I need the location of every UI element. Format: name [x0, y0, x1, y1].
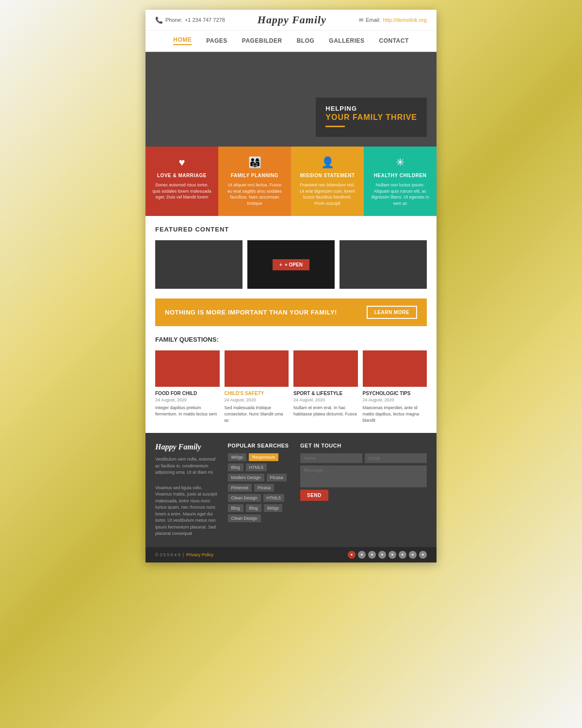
footer-brand-col: Happy Family Vestibulum sem nulla, euism… [155, 443, 218, 537]
send-button[interactable]: SEND [300, 490, 328, 501]
featured-item-2[interactable]: + + OPEN [247, 240, 335, 289]
tag-blog-3[interactable]: Blog [246, 504, 261, 512]
open-button[interactable]: + + OPEN [273, 259, 309, 270]
nav-bar: HOME PAGES PAGEBILDER BLOG GALLERIES CON… [146, 31, 436, 52]
tag-pinterest[interactable]: Pinterest [228, 484, 252, 492]
nav-contact[interactable]: CONTACT [379, 37, 408, 44]
social-icon-4[interactable]: ● [388, 551, 396, 559]
nav-pages[interactable]: PAGES [206, 37, 227, 44]
site-logo: Happy Family [258, 14, 326, 26]
hero-text-box: HELPING YOUR FAMILY THRIVE [316, 98, 427, 137]
social-icon-7[interactable]: ● [419, 551, 427, 559]
tag-modern-design[interactable]: Modern Design [228, 474, 264, 481]
get-in-touch-title: GET IN TOUCH [300, 443, 427, 448]
phone-icon: 📞 [155, 17, 163, 24]
fq-desc-1: Integer dapibus pretium fermentum. In ma… [155, 405, 220, 417]
fq-item-1: FOOD FOR CHILD 24 August, 2020 Integer d… [155, 350, 220, 423]
email-link[interactable]: http://demolink.org [383, 17, 427, 23]
nav-blog[interactable]: BLOG [297, 37, 315, 44]
featured-item-3[interactable] [340, 240, 427, 289]
fq-img-3 [293, 350, 358, 387]
social-icon-6[interactable]: ● [409, 551, 417, 559]
feature-family-planning: 👨‍👩‍👧 FAMILY PLANNING Ut aliquet orci le… [218, 147, 291, 216]
fq-title-2[interactable]: CHILD'S SAFETY [225, 391, 289, 396]
featured-grid: + + OPEN [155, 240, 427, 289]
feature-title-2: FAMILY PLANNING [225, 173, 284, 178]
tag-responsive[interactable]: Responsive [249, 453, 278, 461]
healthy-icon: ✳ [371, 156, 430, 169]
tag-picasa-1[interactable]: Picasa [267, 474, 287, 481]
fq-title-1: FOOD FOR CHILD [155, 391, 220, 396]
featured-content-title: FEATURED CONTENT [155, 226, 427, 233]
tag-clean-design-1[interactable]: Clean Design [228, 494, 261, 502]
family-questions-grid: FOOD FOR CHILD 24 August, 2020 Integer d… [155, 350, 427, 423]
email-icon: ✉ [359, 17, 363, 23]
tag-960gs[interactable]: 960gs [228, 453, 247, 461]
featured-item-1[interactable] [155, 240, 242, 289]
featured-content-section: FEATURED CONTENT + + OPEN [146, 216, 436, 298]
footer-copyright: © 3 5 5 6 4 9 | Privacy Policy [155, 552, 213, 557]
feature-boxes: ♥ LOVE & MARRIAGE Donec euismod risus to… [146, 147, 436, 216]
promo-banner: NOTHING IS MORE IMPORTANT THAN YOUR FAMI… [155, 298, 427, 326]
contact-form: SEND [300, 453, 427, 501]
social-icon-rss[interactable]: ● [348, 551, 356, 559]
feature-title-3: MISSION STATEMENT [298, 173, 357, 178]
family-questions-section: FAMILY QUESTIONS: FOOD FOR CHILD 24 Augu… [146, 336, 436, 433]
popular-tags: 960gs Responsive Blog HTML5 Modern Desig… [228, 453, 291, 522]
tag-html5-2[interactable]: HTML5 [263, 494, 285, 502]
learn-more-button[interactable]: LEARN MORE [367, 306, 417, 319]
feature-title-1: LOVE & MARRIAGE [152, 173, 211, 178]
tag-html5-1[interactable]: HTML5 [246, 463, 267, 471]
footer-bottom: © 3 5 5 6 4 9 | Privacy Policy ● ● ● ● ●… [146, 547, 436, 563]
tag-picasa-2[interactable]: Picasa [254, 484, 274, 492]
phone-label: Phone: [165, 17, 182, 23]
contact-message-input[interactable] [300, 465, 427, 487]
browser-wrapper: 📞 Phone: +1 234 747 7278 Happy Family ✉ … [146, 10, 436, 563]
fq-item-4: PSYCHOLOGIC TIPS 24 August, 2020 Maecena… [363, 350, 427, 423]
fq-img-2 [225, 350, 289, 387]
tag-960gs-2[interactable]: 960gs [264, 504, 283, 512]
phone-number: +1 234 747 7278 [185, 17, 225, 23]
feature-love-marriage: ♥ LOVE & MARRIAGE Donec euismod risus to… [146, 147, 218, 216]
family-icon: 👨‍👩‍👧 [225, 156, 284, 169]
fq-desc-3: Nullam et enim erat. In hac habitasse pl… [293, 405, 358, 417]
top-bar: 📞 Phone: +1 234 747 7278 Happy Family ✉ … [146, 10, 436, 31]
fq-title-4: PSYCHOLOGIC TIPS [363, 391, 427, 396]
open-label: + OPEN [285, 262, 303, 267]
nav-home[interactable]: HOME [173, 36, 192, 45]
fq-date-2: 24 August, 2020 [225, 397, 289, 402]
social-icon-3[interactable]: ● [378, 551, 386, 559]
heart-icon: ♥ [152, 156, 211, 169]
fq-item-2: CHILD'S SAFETY 24 August, 2020 Sed males… [225, 350, 289, 423]
feature-desc-2: Ut aliquet orci lectus. Fusce eu erat sa… [225, 182, 284, 206]
phone-section: 📞 Phone: +1 234 747 7278 [155, 17, 225, 24]
fq-date-3: 24 August, 2020 [293, 397, 358, 402]
tag-blog-1[interactable]: Blog [228, 463, 243, 471]
fq-img-4 [363, 350, 427, 387]
fq-desc-2: Sed malesuada tristique consectetur. Nun… [225, 405, 289, 423]
tag-clean-design-2[interactable]: Clean Design [228, 514, 261, 522]
footer: Happy Family Vestibulum sem nulla, euism… [146, 433, 436, 547]
popular-searches-title: POPULAR SEARCHES [228, 443, 291, 448]
contact-email-input[interactable] [365, 453, 427, 463]
social-icon-5[interactable]: ● [399, 551, 406, 559]
contact-name-input[interactable] [300, 453, 362, 463]
fq-date-1: 24 August, 2020 [155, 397, 220, 402]
social-icon-1[interactable]: ● [358, 551, 366, 559]
privacy-policy-link[interactable]: Privacy Policy [186, 552, 213, 557]
hero-section: HELPING YOUR FAMILY THRIVE [146, 52, 436, 147]
nav-galleries[interactable]: GALLERIES [329, 37, 364, 44]
footer-desc-1: Vestibulum sem nulla, euismod ac facilis… [155, 456, 218, 476]
tag-blog-2[interactable]: Blog [228, 504, 243, 512]
fq-img-1 [155, 350, 220, 387]
footer-contact-col: GET IN TOUCH SEND [300, 443, 427, 537]
hero-underline [325, 126, 345, 127]
banner-text: NOTHING IS MORE IMPORTANT THAN YOUR FAMI… [165, 309, 337, 316]
social-icon-2[interactable]: ● [368, 551, 376, 559]
feature-healthy: ✳ HEALTHY CHILDREN Nullam non luctus ips… [364, 147, 436, 216]
nav-pagebilder[interactable]: PAGEBILDER [242, 37, 282, 44]
fq-desc-4: Maecenas imperdiet, ante id mattis dapib… [363, 405, 427, 423]
fq-title-3: SPORT & LIFESTYLE [293, 391, 358, 396]
social-icons: ● ● ● ● ● ● ● ● [348, 551, 427, 559]
hero-family-thrive: YOUR FAMILY THRIVE [325, 113, 417, 122]
